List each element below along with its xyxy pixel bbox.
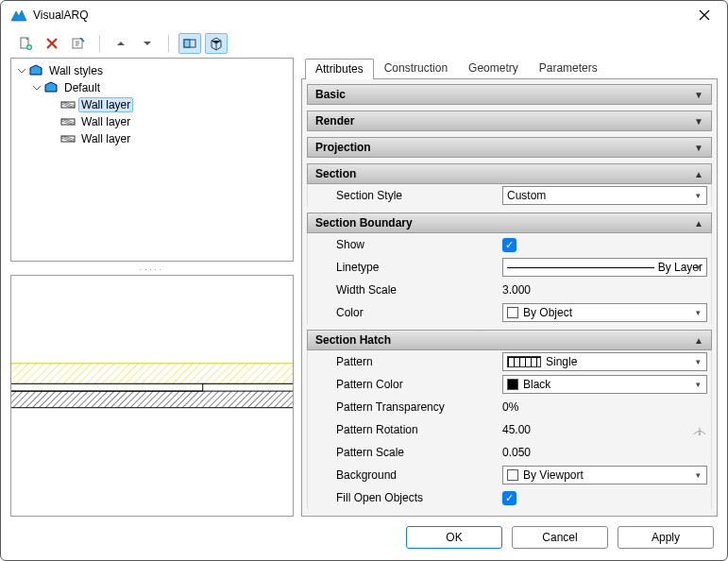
toolbar-separator xyxy=(168,35,169,52)
group-basic-title: Basic xyxy=(315,88,346,101)
preview-pane[interactable] xyxy=(10,275,294,517)
new-button[interactable] xyxy=(14,33,37,54)
collapse-icon: ▼ xyxy=(694,90,703,100)
ok-button[interactable]: OK xyxy=(406,526,502,549)
hatch-scale-value[interactable]: 0.050 xyxy=(502,446,707,459)
svg-rect-4 xyxy=(184,40,190,47)
hatch-scale-label: Pattern Scale xyxy=(336,446,497,459)
tab-geometry[interactable]: Geometry xyxy=(458,58,529,78)
tree-layer-label: Wall layer xyxy=(78,131,133,146)
pane-splitter[interactable]: ····· xyxy=(10,265,294,271)
color-swatch xyxy=(507,469,518,481)
apply-button[interactable]: Apply xyxy=(618,526,714,549)
tree-style-label: Default xyxy=(61,80,103,95)
group-section-hatch-header[interactable]: Section Hatch ▲ xyxy=(307,330,712,350)
hatch-pattern-label: Pattern xyxy=(336,355,497,368)
group-render-title: Render xyxy=(315,114,354,128)
hatch-transparency-value[interactable]: 0% xyxy=(502,400,707,414)
toolbar xyxy=(1,31,727,56)
style-tree[interactable]: Wall styles xyxy=(10,58,294,262)
boundary-widthscale-label: Width Scale xyxy=(336,283,497,297)
dialog-window: VisualARQ xyxy=(0,0,728,561)
move-up-button[interactable] xyxy=(110,33,132,54)
tab-construction[interactable]: Construction xyxy=(374,58,458,78)
cancel-button[interactable]: Cancel xyxy=(512,526,608,549)
hatch-color-label: Pattern Color xyxy=(336,378,497,391)
chevron-down-icon: ▾ xyxy=(691,355,704,368)
boundary-show-label: Show xyxy=(336,238,497,251)
section-style-value: Custom xyxy=(507,189,546,202)
svg-rect-12 xyxy=(11,391,293,408)
wall-layer-icon xyxy=(60,114,76,129)
close-button[interactable] xyxy=(686,2,723,28)
wall-style-icon xyxy=(43,80,59,95)
tab-attributes[interactable]: Attributes xyxy=(305,59,374,79)
preview-2d-toggle[interactable] xyxy=(178,33,201,54)
hatch-color-value: Black xyxy=(523,378,550,391)
chevron-down-icon: ▾ xyxy=(691,306,704,319)
svg-point-15 xyxy=(699,434,701,435)
boundary-color-select[interactable]: By Object ▾ xyxy=(502,303,707,322)
boundary-show-checkbox[interactable]: ✓ xyxy=(502,238,516,252)
expand-icon[interactable] xyxy=(30,81,43,94)
rename-button[interactable] xyxy=(67,33,90,54)
group-projection-header[interactable]: Projection ▼ xyxy=(307,137,712,158)
boundary-color-value: By Object xyxy=(523,306,572,319)
chevron-down-icon: ▾ xyxy=(691,189,704,202)
tab-strip: Attributes Construction Geometry Paramet… xyxy=(301,58,718,78)
properties-panel[interactable]: Basic ▼ Render ▼ Projection ▼ Section ▲ xyxy=(301,78,718,517)
group-section-boundary-header[interactable]: Section Boundary ▲ xyxy=(307,212,712,233)
hatch-background-select[interactable]: By Viewport ▾ xyxy=(502,466,707,484)
color-swatch xyxy=(507,307,518,318)
group-section-hatch-title: Section Hatch xyxy=(315,333,391,347)
expand-icon: ▲ xyxy=(694,218,703,229)
boundary-color-label: Color xyxy=(336,306,497,319)
app-icon xyxy=(10,8,27,22)
expand-icon[interactable] xyxy=(15,64,28,77)
hatch-pattern-value: Single xyxy=(546,355,577,368)
title-bar: VisualARQ xyxy=(1,1,727,29)
tree-root[interactable]: Wall styles xyxy=(15,62,293,79)
boundary-linetype-label: Linetype xyxy=(336,261,497,274)
delete-button[interactable] xyxy=(41,33,63,54)
toolbar-separator xyxy=(99,35,100,52)
tree-layer-1[interactable]: Wall layer xyxy=(47,113,293,130)
tab-parameters[interactable]: Parameters xyxy=(529,58,608,78)
section-style-label: Section Style xyxy=(336,189,497,202)
preview-3d-toggle[interactable] xyxy=(205,33,228,54)
group-render-header[interactable]: Render ▼ xyxy=(307,110,712,131)
angle-unit-icon[interactable] xyxy=(692,423,707,436)
collapse-icon: ▼ xyxy=(694,143,703,153)
color-swatch xyxy=(507,379,518,390)
tree-layer-0[interactable]: Wall layer xyxy=(47,96,293,113)
svg-rect-10 xyxy=(11,364,293,383)
tree-layer-2[interactable]: Wall layer xyxy=(47,130,293,147)
collapse-icon: ▼ xyxy=(694,116,703,127)
group-projection-title: Projection xyxy=(315,141,371,154)
boundary-widthscale-value[interactable]: 3.000 xyxy=(502,283,707,297)
hatch-fillopen-checkbox[interactable]: ✓ xyxy=(502,491,516,505)
group-section-header[interactable]: Section ▲ xyxy=(307,163,712,184)
window-title: VisualARQ xyxy=(33,8,686,22)
hatch-background-value: By Viewport xyxy=(523,468,584,482)
chevron-down-icon: ▾ xyxy=(691,468,704,482)
group-basic-header[interactable]: Basic ▼ xyxy=(307,84,712,105)
wall-styles-icon xyxy=(28,63,43,78)
boundary-linetype-select[interactable]: By Layer ▾ xyxy=(502,258,707,277)
chevron-down-icon: ▾ xyxy=(691,378,704,391)
group-section-boundary-title: Section Boundary xyxy=(315,216,413,230)
tree-root-label: Wall styles xyxy=(46,63,106,78)
wall-layer-icon xyxy=(60,131,76,146)
hatch-transparency-label: Pattern Transparency xyxy=(336,400,497,414)
expand-icon: ▲ xyxy=(694,335,703,346)
move-down-button[interactable] xyxy=(136,33,159,54)
hatch-color-select[interactable]: Black ▾ xyxy=(502,375,707,394)
linetype-sample xyxy=(507,267,654,268)
wall-layer-icon xyxy=(60,97,76,112)
tree-style-default[interactable]: Default xyxy=(30,79,293,96)
section-style-select[interactable]: Custom ▾ xyxy=(502,186,707,205)
hatch-pattern-select[interactable]: Single ▾ xyxy=(502,352,707,371)
hatch-rotation-value[interactable]: 45.00 xyxy=(502,423,686,436)
hatch-background-label: Background xyxy=(336,468,497,482)
group-section-title: Section xyxy=(315,167,356,180)
